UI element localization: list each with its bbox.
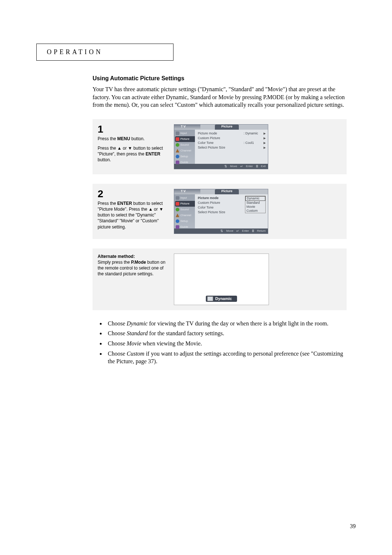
page-title: Using Automatic Picture Settings — [93, 75, 347, 82]
setup-icon — [176, 155, 179, 158]
picture-mode-icon — [207, 296, 213, 301]
channel-icon — [176, 214, 179, 217]
arrow-right-icon: ▶ — [264, 132, 266, 135]
osd-tab-label: Picture — [215, 189, 239, 194]
list-item: Choose Standard for the standard factory… — [106, 329, 347, 337]
pmode-indicator: Dynamic — [206, 296, 237, 302]
osd-sidebar: Input Picture Sound Channel Setup Guide — [174, 130, 195, 164]
sound-icon — [176, 208, 179, 211]
pmode-label: Dynamic — [215, 296, 232, 301]
osd-main-panel: Picture mode: Dynamic▶ Custom Picture▶ C… — [195, 130, 268, 164]
alternate-method-text: Simply press the P.Mode button on the re… — [98, 259, 170, 277]
arrow-right-icon: ▶ — [264, 141, 266, 145]
mode-description-list: Choose Dynamic for viewing the TV during… — [93, 320, 347, 365]
enter-icon: ↵ — [236, 229, 239, 233]
step-1-instruction-b: Press the ▲ or ▼ button to select "Pictu… — [98, 145, 170, 163]
osd-sidebar: Input Picture Sound Channel Setup Guide — [174, 194, 195, 228]
section-header-box: OPERATION — [36, 44, 173, 61]
arrow-right-icon: ▶ — [264, 137, 266, 140]
osd-screenshot-2: TV Picture Input Picture Sound Channel S… — [174, 189, 268, 234]
picture-mode-dropdown: Dynamic Standard Movie Custom — [245, 196, 266, 213]
alternate-method-title: Alternate method: — [98, 254, 170, 259]
step-2-instruction: Press the ENTER button to select "Pictur… — [98, 200, 170, 230]
setup-icon — [176, 219, 179, 223]
exit-icon: Ⅲ — [256, 165, 258, 168]
arrow-right-icon: ▶ — [264, 146, 266, 149]
return-icon: Ⅲ — [252, 229, 254, 233]
picture-icon — [176, 202, 179, 206]
updown-icon: ⇅ — [224, 165, 227, 168]
channel-icon — [176, 149, 179, 153]
osd-tv-label: TV — [174, 189, 200, 194]
osd-tab-label: Picture — [215, 125, 239, 130]
intro-paragraph: Your TV has three automatic picture sett… — [93, 85, 347, 109]
osd-main-panel: Picture mode Custom Picture Color Tone S… — [195, 194, 268, 228]
picture-icon — [176, 137, 179, 141]
osd-tv-label: TV — [174, 125, 200, 130]
sound-icon — [176, 143, 179, 147]
list-item: Choose Movie when viewing the Movie. — [106, 340, 347, 348]
step-block-1: 1 Press the MENU button. Press the ▲ or … — [93, 119, 347, 174]
step-block-2: 2 Press the ENTER button to select "Pict… — [93, 184, 347, 239]
page-number: 39 — [350, 523, 356, 530]
pmode-screenshot: Dynamic — [174, 254, 269, 305]
enter-icon: ↵ — [240, 165, 243, 168]
input-icon — [176, 131, 179, 135]
osd-screenshot-1: TV Picture Input Picture Sound Channel S… — [174, 124, 268, 169]
step-number-1: 1 — [98, 124, 170, 134]
list-item: Choose Dynamic for viewing the TV during… — [106, 320, 347, 328]
list-item: Choose Custom if you want to adjust the … — [106, 350, 347, 365]
step-1-instruction-a: Press the MENU button. — [98, 136, 170, 142]
step-number-2: 2 — [98, 189, 170, 199]
alternate-method-block: Alternate method: Simply press the P.Mod… — [93, 248, 347, 310]
guide-icon — [176, 225, 179, 229]
guide-icon — [176, 161, 179, 164]
input-icon — [176, 196, 179, 200]
updown-icon: ⇅ — [220, 229, 223, 233]
section-header-title: OPERATION — [47, 48, 103, 56]
